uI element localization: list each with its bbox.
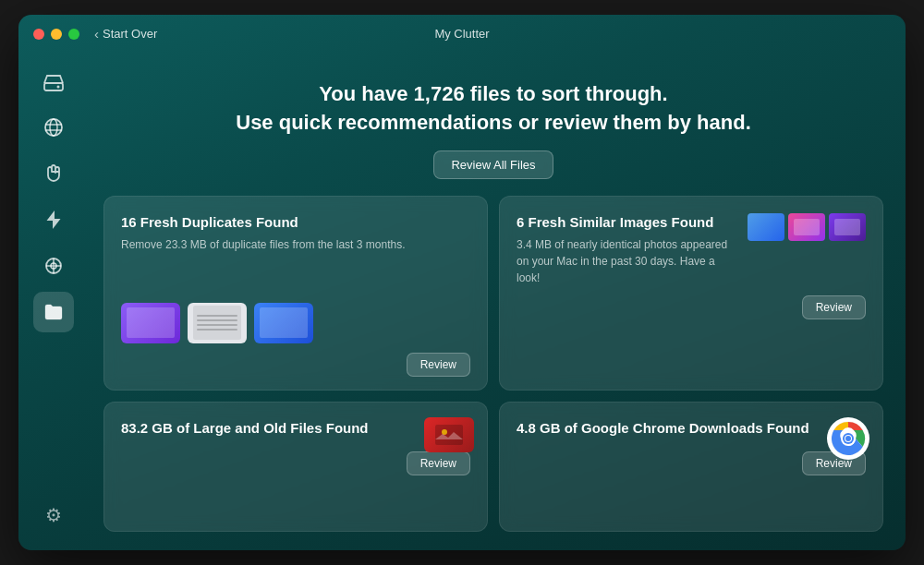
large-files-thumbnail [424, 417, 474, 452]
similar-images-card-desc: 3.4 MB of nearly identical photos appear… [517, 236, 736, 286]
line4 [197, 329, 237, 331]
hero-title: You have 1,726 files to sort through. Us… [103, 80, 883, 138]
svg-rect-0 [44, 83, 63, 90]
similar-images-card: 6 Fresh Similar Images Found 3.4 MB of n… [499, 196, 883, 391]
svg-marker-6 [47, 210, 61, 229]
large-files-card-title: 83.2 GB of Large and Old Files Found [121, 419, 470, 438]
duplicate-thumb-3 [254, 303, 313, 343]
similar-thumb-1 [748, 213, 784, 241]
apps-icon [43, 255, 65, 277]
ht-inner-pink [794, 219, 820, 235]
duplicate-thumb-1 [121, 303, 180, 343]
ht-inner-dark [834, 219, 860, 235]
back-label: Start Over [103, 27, 157, 41]
duplicate-thumb-2 [188, 303, 247, 343]
chevron-left-icon: ‹ [94, 26, 99, 42]
similar-thumb-3 [829, 213, 866, 241]
svg-point-3 [50, 119, 57, 136]
similar-thumb-2 [788, 213, 825, 241]
review-all-files-button[interactable]: Review All Files [433, 150, 553, 179]
settings-button[interactable]: ⚙ [33, 495, 74, 535]
main-content: You have 1,726 files to sort through. Us… [89, 53, 906, 550]
thumb-inner [127, 307, 174, 338]
duplicates-card-title: 16 Fresh Duplicates Found [121, 213, 470, 232]
window-title: My Clutter [434, 27, 489, 41]
chrome-icon [827, 417, 869, 460]
similar-images-card-title-wrap: 6 Fresh Similar Images Found 3.4 MB of n… [517, 213, 736, 287]
line2 [197, 319, 237, 321]
similar-images-review-button[interactable]: Review [802, 295, 866, 319]
sidebar-bottom: ⚙ [18, 495, 89, 535]
svg-rect-9 [435, 425, 463, 445]
sidebar-item-quick-clean[interactable] [33, 199, 74, 240]
similar-images-card-title: 6 Fresh Similar Images Found [517, 213, 736, 232]
sidebar-item-files[interactable] [33, 292, 74, 332]
title-bar: ‹ Start Over My Clutter [18, 15, 906, 53]
duplicates-review-button[interactable]: Review [407, 353, 470, 377]
cards-grid: 16 Fresh Duplicates Found Remove 23.3 MB… [103, 196, 883, 532]
chrome-downloads-card-title: 4.8 GB of Google Chrome Downloads Found [517, 419, 866, 438]
duplicates-card-desc: Remove 23.3 MB of duplicate files from t… [121, 236, 470, 295]
similar-images-thumbs [748, 213, 866, 241]
duplicates-card: 16 Fresh Duplicates Found Remove 23.3 MB… [103, 196, 488, 391]
sidebar-item-applications[interactable] [33, 246, 74, 286]
duplicates-thumbnails [121, 303, 470, 343]
globe-icon [43, 116, 65, 138]
large-files-review-button[interactable]: Review [407, 451, 470, 475]
hero-title-line1: You have 1,726 files to sort through. [103, 80, 883, 109]
app-window: ‹ Start Over My Clutter ⚙ [18, 15, 906, 550]
thumb-inner-blue [260, 307, 307, 338]
lightning-icon [43, 209, 65, 231]
folder-icon [43, 301, 65, 323]
sidebar: ⚙ [18, 15, 89, 550]
svg-point-2 [45, 119, 62, 136]
chrome-downloads-card: 4.8 GB of Google Chrome Downloads Found [499, 402, 883, 532]
line1 [197, 315, 237, 317]
svg-point-16 [845, 436, 851, 441]
large-files-card: 83.2 GB of Large and Old Files Found Rev… [103, 402, 488, 532]
chrome-logo [830, 420, 867, 457]
similar-images-header: 6 Fresh Similar Images Found 3.4 MB of n… [517, 213, 866, 287]
large-files-img-icon [435, 425, 463, 445]
hero-section: You have 1,726 files to sort through. Us… [103, 62, 883, 196]
thumb-lines [193, 306, 240, 340]
hero-title-line2: Use quick recommendations or review them… [103, 109, 883, 138]
hard-drive-icon [43, 70, 65, 92]
sidebar-item-network[interactable] [33, 107, 74, 148]
sidebar-item-hard-drive[interactable] [33, 61, 74, 102]
back-button[interactable]: ‹ Start Over [94, 26, 157, 42]
svg-point-1 [57, 86, 60, 89]
line3 [197, 324, 237, 326]
sidebar-item-stop[interactable] [33, 153, 74, 194]
hand-icon [43, 162, 65, 185]
